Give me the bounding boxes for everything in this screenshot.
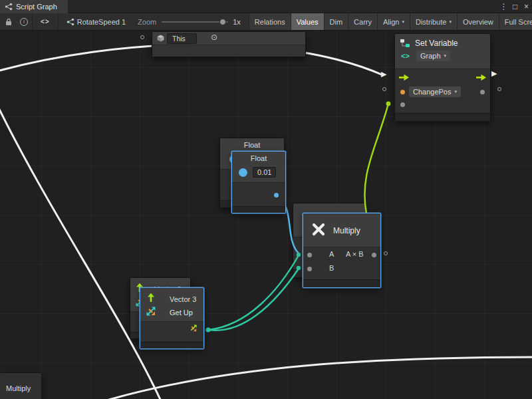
values-button[interactable]: Values bbox=[291, 13, 324, 31]
node-footer bbox=[232, 206, 285, 213]
distribute-dropdown-button[interactable]: Distribute▾ bbox=[410, 13, 457, 31]
node-body bbox=[303, 247, 380, 279]
code-view-icon[interactable]: <> bbox=[41, 18, 50, 25]
breadcrumb[interactable]: RotateSpeed 1 bbox=[77, 18, 126, 26]
floating-port[interactable] bbox=[382, 87, 386, 91]
port-a-label: A bbox=[329, 250, 334, 258]
carry-button[interactable]: Carry bbox=[348, 13, 377, 31]
graph-canvas[interactable]: This ⊙ Set Variable <> Graph ▾ bbox=[0, 31, 532, 399]
overview-button[interactable]: Overview bbox=[457, 13, 499, 31]
variable-name-port[interactable] bbox=[400, 90, 405, 94]
node-title: Float bbox=[232, 154, 285, 162]
node-title: Set Variable bbox=[415, 39, 458, 48]
port-b-label: B bbox=[329, 264, 334, 272]
close-icon[interactable]: × bbox=[521, 2, 532, 11]
variable-name-dropdown[interactable]: ChangePos ▾ bbox=[409, 86, 461, 97]
input-a-port[interactable] bbox=[307, 253, 312, 257]
titlebar: Script Graph ⋮ □ × bbox=[0, 0, 532, 13]
flow-arrow-icon[interactable]: ▶ bbox=[381, 70, 386, 78]
zoom-slider[interactable] bbox=[162, 19, 228, 25]
flow-wire-bottom[interactable] bbox=[100, 357, 532, 399]
toolbar-divider bbox=[32, 13, 33, 31]
float-type-icon bbox=[239, 168, 247, 177]
vector3-type-icon bbox=[146, 307, 156, 316]
variable-wire[interactable] bbox=[364, 104, 388, 213]
maximize-icon[interactable]: □ bbox=[509, 2, 521, 11]
flow-in-port[interactable] bbox=[398, 74, 410, 81]
node-subtitle: Get Up bbox=[170, 309, 193, 317]
dim-button[interactable]: Dim bbox=[324, 13, 348, 31]
node-this[interactable]: This ⊙ bbox=[152, 31, 306, 57]
chevron-down-icon: ▾ bbox=[455, 88, 458, 96]
zoom-label: Zoom bbox=[138, 18, 156, 26]
expression-label: A × B bbox=[346, 250, 364, 258]
float-output-port[interactable] bbox=[274, 193, 279, 198]
flow-arrow-icon[interactable]: ▶ bbox=[491, 69, 497, 77]
script-graph-window: Script Graph ⋮ □ × i <> bbox=[0, 0, 532, 399]
node-title: Float bbox=[220, 141, 284, 149]
variable-kind-dropdown[interactable]: Graph ▾ bbox=[416, 51, 450, 61]
zoom-slider-track[interactable] bbox=[162, 21, 228, 23]
multiply-icon bbox=[311, 222, 326, 237]
up-arrow-icon bbox=[147, 293, 155, 303]
node-body bbox=[152, 45, 305, 57]
lock-icon[interactable] bbox=[5, 18, 12, 26]
input-b-port[interactable] bbox=[307, 267, 312, 271]
align-dropdown-button[interactable]: Align▾ bbox=[377, 13, 410, 31]
flow-wire-left[interactable] bbox=[0, 100, 162, 399]
node-set-variable[interactable]: Set Variable <> Graph ▾ ChangePos ▾ bbox=[394, 33, 491, 122]
zoom-value: 1x bbox=[233, 18, 241, 26]
multiply-result-port[interactable] bbox=[384, 251, 388, 255]
variable-node-icon bbox=[400, 38, 410, 49]
toolbar-buttons: Relations Values Dim Carry Align▾ Distri… bbox=[249, 13, 532, 31]
cube-icon bbox=[157, 35, 164, 42]
node-float[interactable]: Float 0.01 bbox=[231, 151, 286, 213]
chevron-down-icon: ▾ bbox=[444, 52, 447, 60]
variable-type-icon: <> bbox=[401, 52, 410, 60]
window-menu-icon[interactable]: ⋮ bbox=[498, 2, 509, 11]
chevron-down-icon: ▾ bbox=[449, 19, 452, 25]
tab-script-graph[interactable]: Script Graph bbox=[0, 0, 68, 13]
node-title: Multiply bbox=[333, 226, 360, 235]
node-multiply[interactable]: Multiply A A × B B bbox=[303, 213, 381, 288]
vector3-output-icon bbox=[190, 325, 197, 332]
vector-wire-a[interactable] bbox=[209, 255, 299, 330]
node-multiply-partial[interactable]: Multiply bbox=[0, 372, 42, 399]
vector-wire-b[interactable] bbox=[209, 269, 299, 331]
tab-title: Script Graph bbox=[16, 3, 57, 11]
toolbar-divider bbox=[58, 13, 59, 31]
floating-port[interactable] bbox=[497, 87, 501, 91]
flow-out-port[interactable] bbox=[475, 74, 487, 81]
vector-output-dot[interactable] bbox=[205, 327, 210, 332]
graph-toolbar: i <> RotateSpeed 1 Zoom 1x Relations Val… bbox=[0, 13, 532, 31]
node-footer bbox=[303, 279, 380, 287]
node-title: Multiply bbox=[6, 384, 31, 392]
window-controls: ⋮ □ × bbox=[498, 2, 532, 11]
node-vector3-get-up[interactable]: Vector 3 Get Up bbox=[140, 287, 204, 349]
float-value-input[interactable]: 0.01 bbox=[253, 167, 276, 178]
this-output-port[interactable] bbox=[140, 35, 144, 39]
zoom-slider-handle[interactable] bbox=[219, 19, 226, 25]
variable-wire-dot bbox=[386, 102, 391, 106]
target-picker-icon[interactable]: ⊙ bbox=[211, 33, 217, 42]
full-screen-button[interactable]: Full Screen bbox=[499, 13, 532, 31]
node-footer bbox=[395, 113, 490, 121]
output-value-port[interactable] bbox=[480, 90, 485, 94]
node-footer bbox=[140, 342, 203, 348]
this-object-field[interactable]: This bbox=[167, 33, 197, 44]
info-icon[interactable]: i bbox=[20, 18, 28, 26]
input-value-port[interactable] bbox=[400, 102, 405, 107]
relations-button[interactable]: Relations bbox=[249, 13, 291, 31]
chevron-down-icon: ▾ bbox=[402, 19, 404, 25]
result-output-port[interactable] bbox=[372, 253, 376, 257]
script-graph-icon bbox=[5, 3, 13, 11]
graph-breadcrumb-icon bbox=[66, 18, 74, 26]
node-title: Vector 3 bbox=[170, 295, 196, 303]
